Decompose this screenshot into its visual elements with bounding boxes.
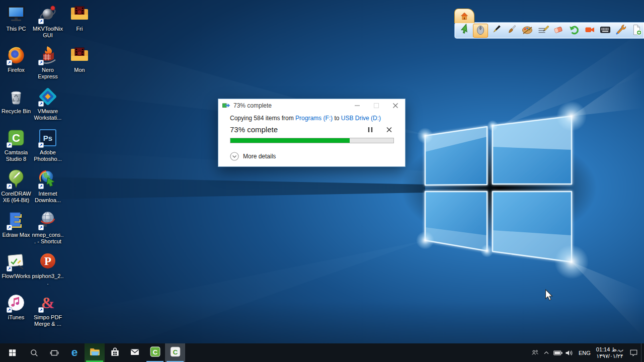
desktop-icon-camtasia-studio-8[interactable]: CCamtasia Studio 8 [0,128,32,162]
desktop-icon-internet-downloa[interactable]: Internet Downloa... [32,169,64,204]
desktop-icon-psiphon3-2[interactable]: Ppsiphon3_2... [32,251,64,286]
pointer-tool-button[interactable] [457,24,472,38]
desktop-icon-itunes[interactable]: iTunes [0,293,32,321]
desktop-icon-nmep-cons-shortcut[interactable]: nmep_cons... - Shortcut [32,210,64,245]
more-details-chevron-icon[interactable] [230,152,239,161]
people-button[interactable] [529,343,541,362]
desktop-icon-mkvtoolnix-gui[interactable]: MKVToolNix GUI [32,4,64,39]
desktop-icon-label: Internet Downloa... [32,191,64,204]
desktop-icon-flow-works[interactable]: Flow!Works [0,251,32,280]
desktop-icon-firefox[interactable]: Firefox [0,45,32,73]
progress-bar [230,138,394,143]
destination-link[interactable]: USB Drive (D:) [341,115,381,122]
desktop-icon-label: Camtasia Studio 8 [0,149,32,162]
mouse-tool-button[interactable] [473,24,488,38]
start-button[interactable] [0,343,24,362]
taskbar-app-edge[interactable]: e [64,343,85,362]
palette-tool-button[interactable] [520,24,535,38]
clock-time: 01:14 ب.ظ [596,346,623,353]
annotation-toolbar-home-tab[interactable] [454,9,474,23]
desktop-icon-nero-express[interactable]: Nero Express [32,45,64,80]
dialog-title: 73% complete [233,102,348,109]
taskbar-app-mail[interactable] [125,343,145,362]
folder-video-icon [69,45,90,65]
svg-text:C: C [12,132,20,144]
edge-icon: e [68,345,81,360]
task-view-button[interactable] [44,343,64,362]
new-page-tool-button[interactable] [629,24,644,38]
close-icon [393,103,398,108]
vmware-icon [38,86,58,107]
dialog-titlebar[interactable]: 73% complete [218,99,405,112]
people-icon [530,348,540,357]
taskbar-app-store[interactable] [105,343,125,362]
highlighter-tool-icon [537,24,549,38]
shortcut-arrow-icon [38,307,44,313]
minimize-icon [355,103,360,108]
show-desktop-button[interactable] [641,343,644,362]
brush-tool-icon [506,24,518,38]
taskbar-app-camtasia-recorder[interactable]: C [165,343,185,362]
settings-tool-button[interactable] [613,24,628,38]
camtasia-recorder-icon: C [169,345,182,360]
record-tool-button[interactable] [582,24,597,38]
this-pc-icon [6,4,26,24]
copy-files-icon [222,102,230,109]
shortcut-arrow-icon [38,184,44,189]
maximize-button [367,99,386,112]
undo-tool-button[interactable] [567,24,582,38]
desktop-icon-edraw-max[interactable]: Edraw Max [0,210,32,238]
palette-tool-icon [521,24,533,38]
idm-icon [38,169,58,189]
store-icon [109,346,121,359]
brush-tool-button[interactable] [504,24,519,38]
recycle-bin-icon [6,86,26,107]
new-page-tool-icon [630,24,642,38]
clock[interactable]: 01:14 ب.ظ ۱۳۹۷/۰۱/۲۴ [594,346,626,359]
desktop-icon-label: Adobe Photosho... [32,149,64,162]
wallpaper-windows-hero [0,0,644,362]
nero-icon [38,45,58,65]
globe-network-icon [38,210,58,230]
taskbar-app-camtasia-studio[interactable]: C [145,343,165,362]
highlighter-tool-button[interactable] [535,24,550,38]
eraser-tool-button[interactable] [551,24,566,38]
settings-tool-icon [615,24,627,38]
mail-icon [129,346,141,360]
search-button[interactable] [24,343,44,362]
edraw-icon [6,210,26,230]
maximize-icon [374,103,379,108]
desktop-icon-recycle-bin[interactable]: Recycle Bin [0,86,32,115]
taskbar-app-file-explorer[interactable] [85,343,105,362]
more-details-label[interactable]: More details [243,153,276,160]
battery-icon [553,348,564,357]
keyboard-tool-button[interactable] [598,24,613,38]
desktop-icon-this-pc[interactable]: This PC [0,4,32,32]
battery-button[interactable] [552,343,564,362]
cancel-button[interactable] [386,127,392,133]
desktop-icon-fri[interactable]: Fri [63,4,96,32]
desktop-icon-simpo-pdf-merge[interactable]: &Simpo PDF Merge & ... [32,293,64,327]
desktop-icon-adobe-photosho[interactable]: PsAdobe Photosho... [32,128,64,162]
home-icon [459,11,469,21]
shortcut-arrow-icon [7,60,12,65]
hidden-icons-button[interactable] [541,343,552,362]
pen-tool-button[interactable] [489,24,504,38]
minimize-button[interactable] [348,99,367,112]
camtasia-icon: C [6,128,26,148]
progress-fill [230,138,350,143]
volume-button[interactable] [564,343,576,362]
desktop-icon-vmware-workstati[interactable]: VMware Workstati... [32,86,64,121]
close-button[interactable] [386,99,405,112]
action-center-button[interactable] [626,343,641,362]
record-tool-icon [584,24,596,38]
pause-button[interactable] [368,127,373,133]
desktop-icon-mon[interactable]: Mon [63,45,96,73]
source-link[interactable]: Programs (F:) [295,115,333,122]
language-indicator[interactable]: ENG [576,350,594,356]
desktop-icon-coreldraw-x6-64-bit[interactable]: CorelDRAW X6 (64-Bit) [0,169,32,204]
copy-dialog: 73% complete Copying 584 items from Prog… [218,99,406,167]
windows-desktop: { "wallpaper": { "base_color": "#0a2240"… [0,0,644,362]
svg-text:e: e [71,345,78,358]
shortcut-arrow-icon [38,19,44,24]
